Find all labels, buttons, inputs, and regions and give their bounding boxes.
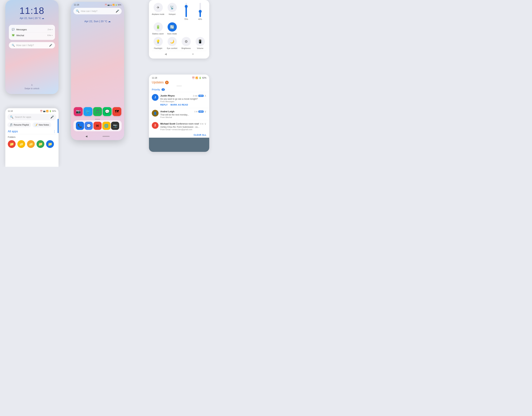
auto-rotate-icon: 🔄 bbox=[168, 22, 177, 32]
qs-flashlight-tile[interactable]: 💡 Flashlight bbox=[152, 37, 164, 49]
search-icon: 🔍 bbox=[10, 115, 13, 119]
search-icon: 🔍 bbox=[12, 44, 15, 47]
justin-content: Justin Rhyss 2 min NEW ∧ Do you want to … bbox=[160, 94, 206, 106]
battery-pct: 92% bbox=[202, 77, 206, 79]
all-apps-title: All apps bbox=[8, 130, 18, 133]
folder-yellow[interactable]: 📁 bbox=[27, 140, 35, 148]
wechat-chevron-icon: ▾ bbox=[52, 34, 52, 36]
notif-item-andrei[interactable]: 👤 Andrei Leigh 1 hr NEW ∨ That will be t… bbox=[149, 108, 209, 120]
andrei-content: Andrei Leigh 1 hr NEW ∨ That will be the… bbox=[160, 110, 206, 118]
folder-green[interactable]: 📁 bbox=[37, 140, 44, 148]
home-indicator[interactable] bbox=[103, 136, 110, 137]
volume-track[interactable] bbox=[200, 3, 201, 17]
qs-airplane-tile[interactable]: ✈ Airplane mode bbox=[152, 3, 164, 20]
qs-volume-tile[interactable]: 📳 Volume bbox=[194, 37, 206, 49]
andrei-name: Andrei Leigh bbox=[160, 110, 174, 113]
phone-icon[interactable]: 📞 bbox=[76, 122, 84, 130]
notif-time: 11:18 bbox=[152, 77, 157, 79]
brightness-track[interactable] bbox=[185, 3, 187, 17]
back-icon[interactable]: ◀ bbox=[86, 135, 87, 138]
phone1-search-placeholder: How can I help? bbox=[16, 44, 48, 47]
notif-wechat[interactable]: 💚 Wechat 6 hr ▾ bbox=[11, 32, 52, 38]
app-drawer: 11:18 ⏰ 📷 📶 🔋 92% 🔍 Search for apps 🎤 🎵 … bbox=[5, 108, 58, 167]
chrome-icon[interactable]: 🌐 bbox=[102, 122, 111, 130]
andrei-message: That will be the next monday... bbox=[160, 114, 206, 116]
qs-hotspot-tile[interactable]: 📡 Hotspot bbox=[166, 3, 178, 20]
notif-messages[interactable]: 💬 Messages 2 m ▾ bbox=[11, 27, 52, 32]
more-options-icon[interactable]: ⋮ bbox=[53, 129, 56, 133]
andrei-source: From Wechat bbox=[160, 116, 206, 118]
expand-icon[interactable]: ∨ bbox=[204, 110, 206, 113]
justin-name: Justin Rhyss bbox=[160, 94, 175, 97]
new-notes-pill[interactable]: 📝 New Notes bbox=[32, 122, 51, 127]
folder-red[interactable]: 📁 bbox=[8, 140, 16, 148]
qs-nav-bar: ◀ bbox=[152, 51, 206, 56]
camera-icon[interactable]: 📷 bbox=[111, 122, 119, 130]
updates-badge: 5 bbox=[165, 81, 169, 84]
phone2-app-row: 📷 🐦 🎵 💬 🗺 bbox=[71, 107, 124, 116]
michael-time: 6 hr bbox=[200, 123, 204, 125]
phone1-date: Apr 22, Sun | 20 °C ☁ bbox=[20, 17, 44, 19]
hotspot-icon: 📡 bbox=[168, 3, 177, 12]
messages-icon[interactable]: 💬 bbox=[85, 122, 93, 130]
notif-item-michael[interactable]: 2 Michael Scott Conference room now! 6 h… bbox=[149, 120, 209, 132]
phone2-dock: 📞 💬 ✉ 🌐 📷 bbox=[73, 120, 122, 131]
qs-battery-tile[interactable]: 🔋 Battery saver bbox=[152, 22, 164, 35]
michael-source: From Gmail • ernest.tien@gmail.com bbox=[160, 128, 206, 131]
priority-label: Priority bbox=[152, 88, 160, 91]
flashlight-icon: 💡 bbox=[153, 37, 163, 46]
maps-icon[interactable]: 🗺 bbox=[113, 107, 121, 116]
qs-brightness-tile[interactable]: ⚙ Brightness bbox=[180, 37, 192, 49]
swipe-unlock: ∧ Swipe to unlock bbox=[24, 83, 39, 90]
andrei-header: Andrei Leigh 1 hr NEW ∨ bbox=[160, 110, 206, 113]
reply-button[interactable]: REPLY bbox=[160, 104, 168, 106]
auto-rotate-label: Auto-rotate bbox=[167, 33, 177, 35]
volume-thumb[interactable] bbox=[199, 10, 202, 13]
panel-handle bbox=[176, 86, 182, 86]
phone2-status-icons: ⏰ 📷 ▲ 📶 🔋 92% bbox=[105, 4, 121, 6]
andrei-new-tag: NEW bbox=[199, 111, 204, 113]
qs-home-dot[interactable] bbox=[192, 53, 194, 55]
new-notes-label: New Notes bbox=[39, 124, 49, 126]
qs-autorotate-tile[interactable]: 🔄 Auto-rotate bbox=[166, 22, 178, 35]
hotspot-label: Hotspot bbox=[169, 13, 176, 15]
wechat-icon: 💚 bbox=[11, 34, 15, 37]
andrei-avatar: 👤 bbox=[152, 110, 159, 116]
wechat-icon[interactable]: 💬 bbox=[103, 107, 112, 116]
mic-icon: 🎤 bbox=[49, 44, 52, 47]
notif-section-priority: Priority 2 bbox=[149, 87, 209, 92]
phone2-time: 11:18 bbox=[74, 4, 79, 6]
battery-icon: 🔋 bbox=[199, 77, 201, 79]
instagram-icon[interactable]: 📷 bbox=[74, 107, 83, 116]
gmail-icon[interactable]: ✉ bbox=[94, 122, 102, 130]
resume-playlist-label: Resume Playlist bbox=[14, 124, 29, 126]
qs-back-icon[interactable]: ◀ bbox=[165, 52, 167, 56]
spotify-icon[interactable]: 🎵 bbox=[93, 107, 102, 116]
swipe-text: Swipe to unlock bbox=[24, 87, 39, 90]
phone2-search-bar[interactable]: 🔍 How can I help? 🎤 bbox=[73, 8, 122, 14]
signal-icon: 📶 bbox=[46, 110, 48, 112]
flashlight-label: Flashlight bbox=[154, 47, 162, 49]
expand-icon[interactable]: ∨ bbox=[204, 122, 206, 126]
wifi-icon: ▲ bbox=[110, 4, 112, 6]
folder-blue[interactable]: 📁 bbox=[46, 140, 54, 148]
ashley-message: Ashley Chou Re: Form Submission - co... bbox=[160, 126, 206, 128]
folder-orange[interactable]: 📁 bbox=[17, 140, 25, 148]
notif-item-justin[interactable]: J Justin Rhyss 2 min NEW ∧ Do you want t… bbox=[149, 92, 209, 108]
michael-avatar: 2 bbox=[152, 122, 159, 129]
battery-icon: 🔋 bbox=[49, 110, 52, 112]
alarm-icon: ⏰ bbox=[105, 4, 107, 6]
alarm-icon: ⏰ bbox=[192, 77, 195, 79]
expand-icon[interactable]: ∧ bbox=[204, 94, 206, 97]
phone1-search-bar[interactable]: 🔍 How can I help? 🎤 bbox=[9, 42, 55, 48]
brightness-thumb[interactable] bbox=[185, 5, 188, 8]
phone2-date: Apr 22, Sun | 20 °C ☁ bbox=[71, 20, 124, 23]
notif-status-bar: 11:18 ⏰ 📶 🔋 92% bbox=[149, 75, 209, 80]
twitter-icon[interactable]: 🐦 bbox=[84, 107, 92, 116]
drawer-search-bar[interactable]: 🔍 Search for apps 🎤 bbox=[8, 114, 57, 120]
qs-eye-comfort-tile[interactable]: 🌙 Eye comfort bbox=[166, 37, 178, 49]
clear-all-button[interactable]: CLEAR ALL bbox=[149, 132, 209, 138]
resume-playlist-pill[interactable]: 🎵 Resume Playlist bbox=[8, 122, 31, 127]
notes-icon: 📝 bbox=[35, 124, 38, 126]
mark-as-read-button[interactable]: MARK AS READ bbox=[171, 104, 188, 106]
